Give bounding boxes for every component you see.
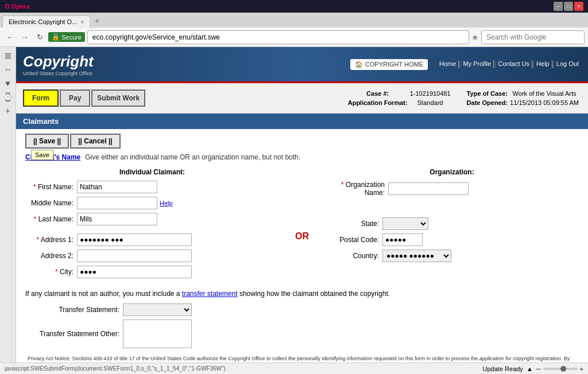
app-format-value: Standard xyxy=(410,99,451,106)
org-name-input[interactable] xyxy=(388,182,469,195)
save-button[interactable]: || Save || xyxy=(25,134,69,149)
copyright-home-button[interactable]: 🏠 COPYRIGHT HOME xyxy=(350,59,428,70)
site-header: Copyright United States Copyright Office… xyxy=(16,47,588,81)
zoom-in-icon[interactable]: + xyxy=(580,365,583,372)
middle-name-input[interactable] xyxy=(77,197,157,209)
org-name-label: * Organization Name: xyxy=(325,181,388,197)
state-select[interactable]: ALAKAZCA xyxy=(382,217,428,230)
first-name-label: * First Name: xyxy=(25,183,77,191)
address2-input[interactable] xyxy=(77,250,192,262)
nav-log-out[interactable]: Log Out xyxy=(554,60,581,68)
transfer-text: If any claimant is not an author, you mu… xyxy=(25,289,579,299)
search-input[interactable] xyxy=(481,30,585,44)
status-bar: javascript:SWESubmitForm(document.SWEFor… xyxy=(0,363,588,374)
side-icon-3[interactable]: ♥ xyxy=(2,77,14,89)
workflow-tabs: Form Pay Submit Work xyxy=(23,89,145,107)
last-name-input[interactable] xyxy=(77,213,157,225)
address1-label: * Address 1: xyxy=(25,236,77,244)
nav-my-profile[interactable]: My Profile xyxy=(461,60,494,68)
type-value: Work of the Visual Arts xyxy=(510,90,579,97)
tab-form[interactable]: Form xyxy=(23,89,59,107)
reload-button[interactable]: ↻ xyxy=(33,31,46,44)
zoom-control[interactable]: ─ + xyxy=(536,365,583,372)
secure-badge: 🔒 Secure xyxy=(48,32,85,42)
transfer-statement-label: Transfer Statement: xyxy=(25,306,123,314)
tab-title: Electronic Copyright O... xyxy=(9,18,77,25)
nav-help[interactable]: Help xyxy=(534,60,552,68)
new-tab-button[interactable]: + xyxy=(90,14,104,28)
opera-logo: O Opera xyxy=(5,3,29,10)
side-icon-1[interactable]: ⊞ xyxy=(2,49,14,62)
header-navigation: 🏠 COPYRIGHT HOME Home | My Profile | Con… xyxy=(350,59,581,70)
home-icon: 🏠 xyxy=(355,61,363,68)
save-tooltip: Save xyxy=(31,150,53,160)
tab-close-icon[interactable]: × xyxy=(80,19,84,25)
close-button[interactable]: × xyxy=(574,2,583,11)
postal-input[interactable] xyxy=(382,233,423,246)
back-button[interactable]: ← xyxy=(3,31,16,44)
browser-tab[interactable]: Electronic Copyright O... × xyxy=(2,15,90,28)
section-header: Claimants xyxy=(16,114,588,129)
postal-label: Postal Code: xyxy=(325,236,382,244)
claimant-name-desc: Give either an individual name OR an org… xyxy=(85,153,300,161)
workflow-area: Form Pay Submit Work Case #: 1-102191048… xyxy=(16,83,588,114)
individual-header: Individual Claimant: xyxy=(25,168,279,176)
help-link[interactable]: Help xyxy=(160,200,173,207)
bookmark-icon[interactable]: ★ xyxy=(471,33,479,42)
status-script: javascript:SWESubmitForm(document.SWEFor… xyxy=(5,365,226,372)
address2-label: Address 2: xyxy=(25,252,77,260)
side-icon-2[interactable]: ↔ xyxy=(2,63,14,76)
app-format-label: Application Format: xyxy=(348,99,408,106)
date-label: Date Opened: xyxy=(467,99,508,106)
country-select[interactable]: ●●●●● ●●●●●● United States Canada xyxy=(382,250,451,262)
maximize-button[interactable]: □ xyxy=(564,2,573,11)
first-name-input[interactable] xyxy=(77,181,157,193)
nav-contact-us[interactable]: Contact Us xyxy=(496,60,532,68)
case-info: Case #: 1-1021910481 Type of Case: Work … xyxy=(346,88,581,108)
forward-button[interactable]: → xyxy=(18,31,31,44)
middle-name-label: Middle Name: xyxy=(25,199,77,207)
type-label: Type of Case: xyxy=(467,90,508,97)
site-logo: Copyright xyxy=(23,53,94,71)
city-input[interactable] xyxy=(77,266,192,278)
state-label: State: xyxy=(325,220,382,228)
update-ready-label: Update Ready xyxy=(483,365,523,372)
transfer-statement-link[interactable]: transfer statement xyxy=(182,290,238,298)
site-subtitle: United States Copyright Office xyxy=(23,71,94,76)
tab-submit-work[interactable]: Submit Work xyxy=(91,89,145,107)
last-name-label: * Last Name: xyxy=(25,215,77,223)
country-label: Country: xyxy=(325,252,382,260)
city-label: * City: xyxy=(25,268,77,276)
lock-icon: 🔒 xyxy=(52,33,60,41)
case-number-value: 1-1021910481 xyxy=(410,90,451,97)
transfer-statement-select[interactable] xyxy=(123,303,192,316)
zoom-out-icon[interactable]: ─ xyxy=(536,365,541,372)
date-value: 11/15/2013 05:09:55 AM xyxy=(510,99,579,106)
tab-pay[interactable]: Pay xyxy=(60,89,90,107)
or-divider: OR xyxy=(291,191,314,282)
side-icon-4[interactable]: ⌚ xyxy=(2,91,14,103)
cancel-button[interactable]: || Cancel || xyxy=(70,134,120,149)
transfer-statement-other-label: Transfer Statement Other: xyxy=(25,330,123,338)
transfer-statement-other-input[interactable] xyxy=(123,320,192,348)
side-icon-5[interactable]: + xyxy=(2,104,14,117)
org-header: Organization: xyxy=(325,168,579,176)
case-number-label: Case #: xyxy=(348,90,408,97)
nav-home[interactable]: Home xyxy=(437,60,459,68)
minimize-button[interactable]: ─ xyxy=(554,2,563,11)
form-buttons: || Save || Save || Cancel || xyxy=(25,134,579,149)
address1-input[interactable] xyxy=(77,233,192,246)
update-icon: ▲ xyxy=(527,365,533,372)
address-bar[interactable] xyxy=(87,30,469,44)
